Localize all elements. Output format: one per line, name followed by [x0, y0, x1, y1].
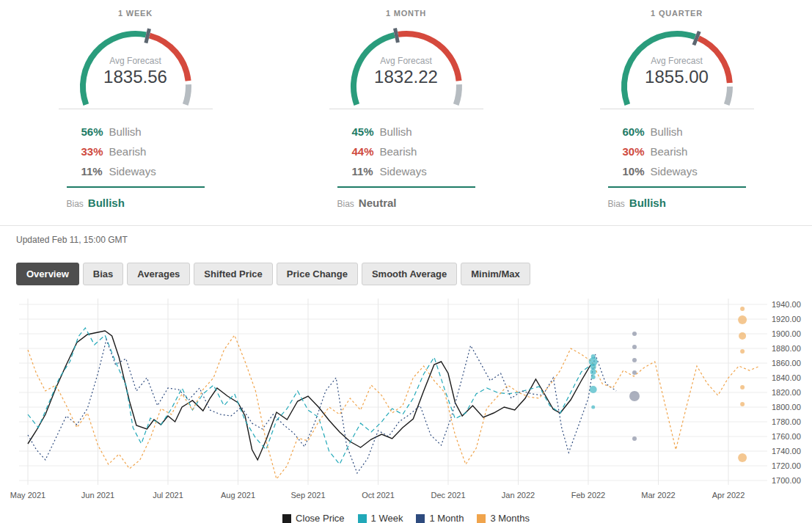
bearish-label: Bearish	[109, 145, 147, 158]
sideways-percent: 11%	[352, 165, 380, 178]
bias-label: Bias	[67, 199, 84, 209]
gauge-needle	[145, 29, 149, 43]
tab-bias[interactable]: Bias	[83, 263, 123, 285]
legend-label: 3 Months	[490, 513, 529, 523]
bearish-row: 30% Bearish	[608, 145, 746, 158]
x-tick-label: Mar 2022	[641, 491, 675, 500]
bias-value: Neutral	[359, 197, 397, 209]
x-tick-label: Sep 2021	[290, 491, 325, 500]
y-tick-label: 1700.00	[772, 476, 801, 485]
forecast-dot-1-week-forecasts	[590, 369, 596, 375]
x-tick-label: Feb 2022	[571, 491, 605, 500]
bullish-label: Bullish	[651, 125, 683, 138]
avg-forecast-label: Avg Forecast	[600, 56, 754, 66]
forecast-dot-1-week-forecasts	[591, 406, 595, 409]
forecast-dot-1-week-forecasts	[590, 364, 596, 370]
x-tick-label: Jul 2021	[153, 491, 183, 500]
chart-area: 1700.001720.001740.001760.001780.001800.…	[0, 296, 812, 511]
panel-title: 1 MONTH	[386, 9, 426, 18]
updated-text: Updated Feb 11, 15:00 GMT	[0, 226, 812, 263]
gauge-arc	[456, 84, 458, 104]
legend-label: 1 Week	[371, 513, 403, 523]
forecast-panel-1-week: 1 WEEK Avg Forecast 1835.56 56% Bullish …	[0, 9, 271, 209]
series-1-month	[28, 340, 616, 473]
legend-label: Close Price	[296, 513, 344, 523]
bearish-label: Bearish	[380, 145, 417, 158]
forecast-panel-1-month: 1 MONTH Avg Forecast 1832.22 45% Bullish…	[271, 9, 541, 209]
forecast-dot-3-months-forecasts	[738, 315, 747, 324]
avg-forecast-value: 1855.00	[600, 67, 754, 87]
tab-price-change[interactable]: Price Change	[277, 263, 358, 285]
sentiment-breakdown: 45% Bullish 44% Bearish 11% Sideways	[337, 118, 475, 188]
bearish-row: 44% Bearish	[337, 145, 475, 158]
x-tick-label: Oct 2021	[362, 491, 395, 500]
forecast-dot-1-month-forecasts	[632, 345, 637, 349]
forecast-dot-1-week-forecasts	[591, 375, 596, 379]
forecast-dot-3-months-forecasts	[740, 402, 745, 406]
bullish-percent: 45%	[352, 125, 380, 138]
x-tick-label: Apr 2022	[712, 491, 745, 500]
x-tick-label: Jun 2021	[81, 491, 114, 500]
bullish-row: 60% Bullish	[608, 125, 746, 138]
legend-1-month[interactable]: 1 Month	[416, 513, 464, 523]
forecast-panels: 1 WEEK Avg Forecast 1835.56 56% Bullish …	[0, 0, 812, 209]
avg-forecast-value: 1832.22	[329, 67, 483, 87]
x-tick-label: Dec 2021	[431, 491, 465, 500]
bearish-percent: 33%	[81, 145, 109, 158]
tab-smooth-average[interactable]: Smooth Average	[362, 263, 457, 285]
x-tick-label: May 2021	[10, 491, 45, 500]
y-tick-label: 1940.00	[772, 300, 801, 309]
forecast-dot-1-week-forecasts	[590, 386, 597, 393]
bearish-percent: 44%	[352, 145, 380, 158]
bullish-percent: 60%	[623, 125, 651, 138]
sentiment-breakdown: 60% Bullish 30% Bearish 10% Sideways	[608, 118, 746, 188]
gauge-arc	[185, 84, 188, 104]
chart-tabs: OverviewBiasAveragesShifted PricePrice C…	[16, 263, 812, 285]
bias-value: Bullish	[629, 197, 666, 209]
bearish-percent: 30%	[623, 145, 651, 158]
y-tick-label: 1760.00	[772, 432, 801, 441]
sideways-percent: 11%	[81, 165, 109, 178]
forecast-dot-1-month-forecasts	[632, 370, 637, 375]
forecast-dot-1-month-forecasts	[632, 358, 637, 362]
legend-swatch-icon	[282, 514, 291, 523]
bias-row: BiasNeutral	[337, 197, 475, 209]
gauge-needle	[395, 29, 398, 43]
tab-minim-max[interactable]: Minim/Max	[461, 263, 530, 285]
bullish-row: 45% Bullish	[337, 125, 475, 138]
panel-title: 1 WEEK	[118, 9, 153, 18]
tab-averages[interactable]: Averages	[127, 263, 190, 285]
forecast-panel-1-quarter: 1 QUARTER Avg Forecast 1855.00 60% Bulli…	[541, 9, 812, 209]
sideways-row: 10% Sideways	[608, 165, 746, 178]
tab-shifted-price[interactable]: Shifted Price	[194, 263, 272, 285]
y-tick-label: 1840.00	[772, 373, 801, 382]
y-tick-label: 1720.00	[772, 461, 801, 470]
bias-label: Bias	[608, 199, 625, 209]
forecast-chart[interactable]: 1700.001720.001740.001760.001780.001800.…	[0, 296, 812, 508]
forecast-dot-3-months-forecasts	[740, 307, 745, 311]
legend-swatch-icon	[358, 514, 367, 523]
y-tick-label: 1860.00	[772, 359, 801, 367]
legend-swatch-icon	[477, 514, 486, 523]
bullish-label: Bullish	[380, 125, 412, 138]
chart-legend: Close Price1 Week1 Month3 Months	[0, 513, 812, 523]
bullish-label: Bullish	[109, 125, 142, 138]
y-tick-label: 1800.00	[772, 403, 801, 412]
sideways-label: Sideways	[109, 165, 156, 178]
forecast-dot-1-month-forecasts	[632, 332, 637, 336]
bias-row: BiasBullish	[67, 197, 205, 209]
bias-value: Bullish	[88, 197, 125, 209]
tab-overview[interactable]: Overview	[16, 263, 79, 285]
bias-row: BiasBullish	[608, 197, 746, 209]
y-tick-label: 1900.00	[772, 329, 801, 338]
gauge-arc	[726, 87, 729, 105]
legend-1-week[interactable]: 1 Week	[358, 513, 403, 523]
legend-3-months[interactable]: 3 Months	[477, 513, 529, 523]
bearish-row: 33% Bearish	[67, 145, 205, 158]
bias-label: Bias	[337, 199, 354, 209]
legend-swatch-icon	[416, 514, 425, 523]
forecast-dot-3-months-forecasts	[739, 332, 746, 340]
panel-title: 1 QUARTER	[651, 9, 703, 18]
legend-close-price[interactable]: Close Price	[282, 513, 344, 523]
avg-forecast-label: Avg Forecast	[59, 56, 213, 66]
